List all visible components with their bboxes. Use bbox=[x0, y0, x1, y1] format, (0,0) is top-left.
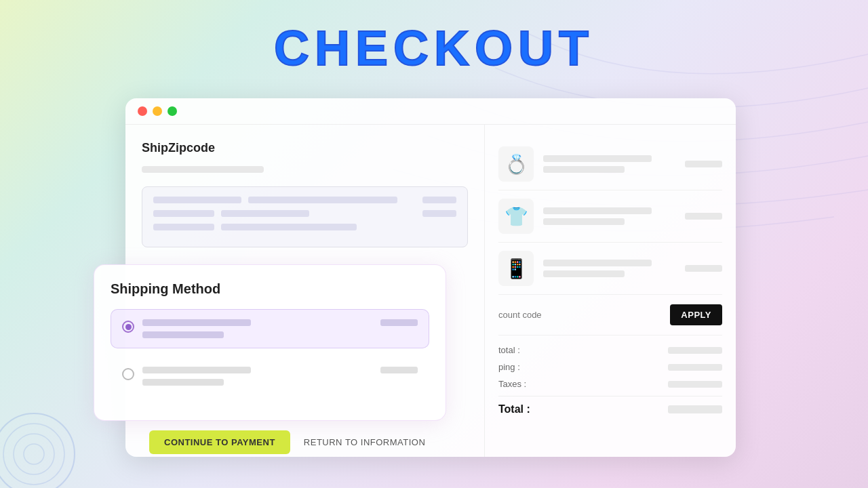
svg-point-3 bbox=[24, 444, 44, 464]
item-desc-skeleton bbox=[543, 270, 625, 277]
item-desc-skeleton bbox=[543, 166, 625, 173]
form-field bbox=[248, 197, 397, 203]
subtotal-row: total : bbox=[498, 345, 722, 355]
shipping-price-skeleton-2 bbox=[380, 367, 418, 373]
item-name-skeleton bbox=[543, 207, 652, 214]
form-field bbox=[221, 224, 357, 230]
taxes-label: Taxes : bbox=[498, 379, 526, 389]
total-final-label: Total : bbox=[498, 403, 530, 415]
page-title: CHECKOUT bbox=[274, 20, 594, 76]
item-image-shirt: 👕 bbox=[498, 199, 534, 234]
order-item-ring: 💍 bbox=[498, 138, 722, 190]
shipping-sub-skeleton-2 bbox=[142, 379, 224, 386]
right-panel: 💍 👕 bbox=[485, 125, 736, 457]
apply-discount-button[interactable]: APPLY bbox=[670, 304, 722, 325]
shipping-name-skeleton-2 bbox=[142, 367, 251, 373]
svg-point-2 bbox=[14, 434, 54, 474]
shipping-method-title: Shipping Method bbox=[111, 281, 429, 297]
order-item-shirt: 👕 bbox=[498, 190, 722, 243]
item-price-shirt bbox=[685, 213, 722, 220]
discount-input[interactable] bbox=[498, 310, 663, 320]
form-field bbox=[153, 224, 214, 230]
svg-point-0 bbox=[0, 413, 75, 488]
radio-selected[interactable] bbox=[122, 321, 134, 333]
item-price-phone bbox=[685, 265, 722, 272]
total-final-value bbox=[668, 405, 722, 413]
ship-skeleton bbox=[142, 166, 264, 173]
item-details-ring bbox=[543, 155, 675, 173]
svg-point-1 bbox=[3, 424, 64, 485]
continue-to-payment-button[interactable]: CONTINUE TO PAYMENT bbox=[149, 430, 290, 454]
form-field bbox=[221, 210, 309, 217]
shipping-method-panel: Shipping Method bbox=[94, 264, 446, 421]
radio-empty[interactable] bbox=[122, 368, 134, 380]
form-field bbox=[422, 210, 456, 217]
shipping-row: ping : bbox=[498, 362, 722, 372]
form-field bbox=[153, 197, 241, 203]
shipping-name-skeleton bbox=[142, 319, 251, 326]
item-name-skeleton bbox=[543, 260, 652, 266]
shipping-value bbox=[668, 364, 722, 371]
item-name-skeleton bbox=[543, 155, 652, 162]
item-desc-skeleton bbox=[543, 218, 625, 225]
order-item-phone: 📱 bbox=[498, 243, 722, 295]
shipping-sub-skeleton bbox=[142, 331, 224, 338]
shipping-option-2-content bbox=[142, 367, 418, 386]
shipping-option-2[interactable] bbox=[111, 357, 429, 396]
shipping-label: ping : bbox=[498, 362, 520, 372]
return-to-information-button[interactable]: RETURN TO INFORMATION bbox=[304, 437, 426, 447]
item-image-phone: 📱 bbox=[498, 251, 534, 286]
radio-inner bbox=[125, 324, 132, 330]
taxes-value bbox=[668, 381, 722, 388]
ship-section: ShipZipcode bbox=[142, 141, 468, 173]
close-button[interactable] bbox=[138, 106, 147, 116]
maximize-button[interactable] bbox=[167, 106, 177, 116]
taxes-row: Taxes : bbox=[498, 379, 722, 389]
footer-buttons: CONTINUE TO PAYMENT RETURN TO INFORMATIO… bbox=[149, 430, 425, 454]
item-details-shirt bbox=[543, 207, 675, 225]
ship-zipcode-title: ShipZipcode bbox=[142, 141, 468, 155]
item-price-ring bbox=[685, 161, 722, 167]
discount-section: APPLY bbox=[498, 295, 722, 336]
item-image-ring: 💍 bbox=[498, 146, 534, 182]
shipping-option-1-content bbox=[142, 319, 418, 338]
form-field bbox=[422, 197, 456, 203]
minimize-button[interactable] bbox=[153, 106, 162, 116]
window-chrome bbox=[125, 98, 736, 125]
total-final-row: Total : bbox=[498, 396, 722, 415]
totals-section: total : ping : Taxes : Total : bbox=[498, 336, 722, 415]
subtotal-label: total : bbox=[498, 345, 520, 355]
item-details-phone bbox=[543, 260, 675, 277]
subtotal-value bbox=[668, 347, 722, 354]
form-section bbox=[142, 186, 468, 247]
form-field bbox=[153, 210, 214, 217]
shipping-price-skeleton bbox=[380, 319, 418, 326]
shipping-option-1[interactable] bbox=[111, 309, 429, 348]
